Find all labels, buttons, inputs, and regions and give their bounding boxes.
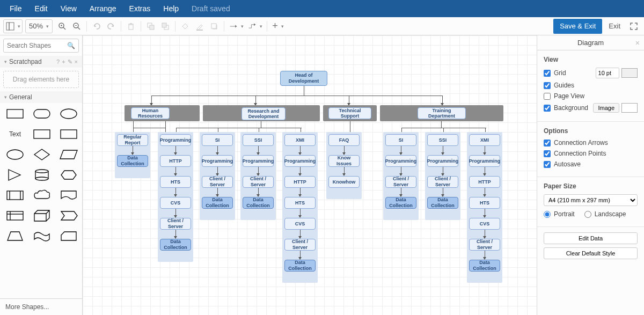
close-icon[interactable]: × xyxy=(75,58,78,65)
diagram-dept-label[interactable]: Human Resources xyxy=(131,107,170,119)
shape-text[interactable]: Text xyxy=(9,130,21,138)
zoom-in-icon[interactable] xyxy=(55,19,69,33)
canvas[interactable]: Head of DevelopmentHuman ResourcesResear… xyxy=(83,35,537,315)
autosave-checkbox[interactable] xyxy=(544,161,551,168)
diagram-dept-label[interactable]: Research and Development xyxy=(241,107,286,120)
diagram-node[interactable]: Client / Server xyxy=(243,176,274,188)
search-shapes[interactable]: 🔍 xyxy=(3,39,79,53)
diagram-node[interactable]: Client / Server xyxy=(284,239,316,251)
grid-size-input[interactable] xyxy=(596,68,619,78)
zoom-out-icon[interactable] xyxy=(70,19,84,33)
general-header[interactable]: ▾ General xyxy=(0,91,82,103)
background-checkbox[interactable] xyxy=(544,105,551,112)
grid-checkbox[interactable] xyxy=(544,70,551,77)
diagram-node[interactable]: Programming xyxy=(202,155,233,167)
diagram-node[interactable]: HTTP xyxy=(160,155,191,167)
shape-triangle[interactable] xyxy=(5,167,25,182)
shape-rect2[interactable] xyxy=(32,127,52,142)
fill-color-icon[interactable] xyxy=(178,19,192,33)
shape-cube[interactable] xyxy=(32,208,52,223)
shape-internal-storage[interactable] xyxy=(5,208,25,223)
diagram-node[interactable]: Knowhow xyxy=(328,176,360,188)
diagram-dept-label[interactable]: Training Department xyxy=(418,107,466,119)
page-view-checkbox[interactable] xyxy=(544,93,551,100)
diagram-node[interactable]: SI xyxy=(385,134,416,146)
paper-size-select[interactable]: A4 (210 mm x 297 mm) xyxy=(544,194,638,206)
diagram-node[interactable]: Client / Server xyxy=(469,239,500,251)
diagram-node[interactable]: HTTP xyxy=(284,176,316,188)
diagram-node[interactable]: Programming xyxy=(427,155,458,167)
menu-view[interactable]: View xyxy=(54,1,83,16)
delete-icon[interactable] xyxy=(124,19,138,33)
help-icon[interactable]: ? xyxy=(56,58,60,65)
diagram-node[interactable]: Client / Server xyxy=(385,176,416,188)
shape-cloud[interactable] xyxy=(32,188,52,203)
shape-ellipse2[interactable] xyxy=(5,147,25,162)
conn-points-checkbox[interactable] xyxy=(544,150,551,157)
diagram-node[interactable]: Programming xyxy=(284,155,316,167)
exit-link[interactable]: Exit xyxy=(606,22,623,30)
save-exit-button[interactable]: Save & Exit xyxy=(553,19,602,34)
close-icon[interactable]: × xyxy=(635,39,640,47)
diagram-node[interactable]: Programming xyxy=(469,155,500,167)
conn-arrows-checkbox[interactable] xyxy=(544,140,551,146)
diagram-node[interactable]: FAQ xyxy=(328,134,360,146)
diagram-node[interactable]: HTTP xyxy=(469,176,500,188)
diagram-node[interactable]: Data Collection xyxy=(243,197,274,209)
diagram-node[interactable]: Know Issues xyxy=(328,155,360,167)
insert-icon[interactable]: +▾ xyxy=(270,19,286,33)
connection-icon[interactable]: ▾ xyxy=(227,19,245,33)
undo-icon[interactable] xyxy=(90,19,104,33)
shape-step[interactable] xyxy=(59,208,78,223)
waypoint-icon[interactable]: ▾ xyxy=(246,19,264,33)
menu-file[interactable]: File xyxy=(3,1,28,16)
shape-document[interactable] xyxy=(59,188,78,203)
menu-edit[interactable]: Edit xyxy=(28,1,54,16)
to-back-icon[interactable] xyxy=(158,19,172,33)
shape-tape[interactable] xyxy=(32,229,52,244)
diagram-node[interactable]: HTS xyxy=(469,197,500,209)
edit-icon[interactable]: ✎ xyxy=(68,58,72,65)
add-icon[interactable]: + xyxy=(62,58,65,65)
diagram-node[interactable]: Programming xyxy=(160,134,191,146)
redo-icon[interactable] xyxy=(104,19,118,33)
shape-diamond[interactable] xyxy=(32,147,52,162)
diagram-node[interactable]: Regular Report xyxy=(117,134,148,146)
scratchpad-header[interactable]: ▾ Scratchpad ? + ✎ × xyxy=(0,56,82,68)
line-color-icon[interactable] xyxy=(193,19,207,33)
shadow-icon[interactable] xyxy=(207,19,221,33)
portrait-radio[interactable] xyxy=(544,211,551,218)
diagram-node[interactable]: SSI xyxy=(243,134,274,146)
grid-color-swatch[interactable] xyxy=(621,68,638,78)
diagram-node[interactable]: CVS xyxy=(160,197,191,209)
diagram-node[interactable]: Data Collection xyxy=(284,260,316,272)
diagram-node[interactable]: CVS xyxy=(469,218,500,230)
edit-data-button[interactable]: Edit Data xyxy=(544,232,638,244)
shape-hexagon[interactable] xyxy=(59,167,78,182)
diagram-node[interactable]: Data Collection xyxy=(427,197,458,209)
background-color-swatch[interactable] xyxy=(621,103,638,113)
zoom-level[interactable]: 50%▾ xyxy=(25,19,53,33)
shape-rectangle[interactable] xyxy=(5,106,25,121)
diagram-node[interactable]: SI xyxy=(202,134,233,146)
diagram-node[interactable]: CVS xyxy=(284,218,316,230)
shape-card[interactable] xyxy=(59,229,78,244)
view-mode-button[interactable]: ▾ xyxy=(3,19,23,33)
shape-trapezoid[interactable] xyxy=(5,229,25,244)
shape-process[interactable] xyxy=(5,188,25,203)
diagram-node[interactable]: Head of Development xyxy=(280,71,327,86)
clear-style-button[interactable]: Clear Default Style xyxy=(544,247,638,259)
to-front-icon[interactable] xyxy=(144,19,158,33)
diagram-node[interactable]: Client / Server xyxy=(427,176,458,188)
diagram-node[interactable]: HTS xyxy=(284,197,316,209)
menu-help[interactable]: Help xyxy=(157,1,185,16)
diagram-node[interactable]: HTS xyxy=(160,176,191,188)
diagram-node[interactable]: Client / Server xyxy=(160,218,191,230)
shape-rect3[interactable] xyxy=(59,127,78,142)
background-image-button[interactable]: Image xyxy=(593,103,619,113)
diagram-node[interactable]: Data Collection xyxy=(385,197,416,209)
diagram-node[interactable]: Data Collection xyxy=(160,239,191,251)
shape-cylinder[interactable] xyxy=(32,167,52,182)
diagram-node[interactable]: SSI xyxy=(427,134,458,146)
fullscreen-icon[interactable] xyxy=(627,19,641,33)
